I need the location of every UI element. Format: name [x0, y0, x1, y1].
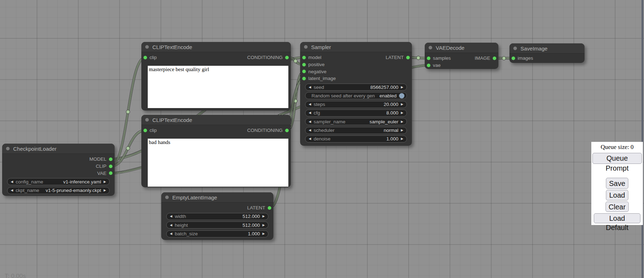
increment-arrow-icon[interactable]: ▶ [401, 103, 403, 106]
input-slot-samples: samples [427, 55, 451, 61]
node-empty-latent-image[interactable]: EmptyLatentImage LATENT ◀ width 512.000 … [161, 192, 273, 240]
node-clip-text-encode-positive[interactable]: CLIPTextEncode clip CONDITIONING masterp… [141, 42, 291, 111]
input-port-negative[interactable] [302, 70, 306, 73]
node-title-bar[interactable]: SaveImage [509, 43, 585, 54]
seed-widget[interactable]: ◀ seed 8566257.000 ▶ [305, 84, 407, 91]
widget-value: 8.000 [386, 110, 398, 116]
node-save-image[interactable]: SaveImage images [509, 43, 585, 63]
input-port-vae[interactable] [427, 64, 430, 67]
collapse-dot-icon[interactable] [165, 196, 169, 199]
output-slot-latent: LATENT [247, 205, 271, 210]
cfg-widget[interactable]: ◀ cfg 8.000 ▶ [305, 109, 407, 117]
input-label: positive [308, 62, 325, 67]
prompt-textarea[interactable]: bad hands [148, 139, 288, 187]
increment-arrow-icon[interactable]: ▶ [401, 86, 403, 89]
sampler-name-widget[interactable]: ◀ sampler_name sample_euler ▶ [305, 118, 407, 125]
input-port-positive[interactable] [302, 63, 306, 66]
node-title-bar[interactable]: VAEDecode [425, 43, 498, 53]
widget-label: seed [314, 85, 324, 90]
input-label: clip [150, 128, 157, 133]
load-default-button[interactable]: Load Default [594, 213, 640, 223]
decrement-arrow-icon[interactable]: ◀ [170, 215, 172, 218]
ckpt-name-widget[interactable]: ◀ ckpt_name v1-5-pruned-emaonly.ckpt ▶ [7, 187, 110, 194]
output-port-model[interactable] [109, 157, 112, 161]
collapse-dot-icon[interactable] [304, 45, 308, 49]
load-button[interactable]: Load [606, 190, 628, 201]
input-slot-clip: clip [143, 128, 157, 133]
increment-arrow-icon[interactable]: ▶ [401, 120, 403, 123]
decrement-arrow-icon[interactable]: ◀ [309, 129, 311, 132]
decrement-arrow-icon[interactable]: ◀ [309, 111, 311, 114]
input-slot-model: model [302, 55, 321, 60]
batch-size-widget[interactable]: ◀ batch_size 1.000 ▶ [166, 230, 268, 237]
scheduler-widget[interactable]: ◀ scheduler normal ▶ [305, 127, 407, 134]
steps-widget[interactable]: ◀ steps 20.000 ▶ [305, 101, 407, 108]
input-port-clip[interactable] [143, 56, 147, 59]
toggle-indicator-icon[interactable] [399, 93, 404, 98]
increment-arrow-icon[interactable]: ▶ [262, 232, 265, 235]
queue-prompt-button[interactable]: Queue Prompt [592, 153, 642, 164]
increment-arrow-icon[interactable]: ▶ [104, 189, 106, 192]
collapse-dot-icon[interactable] [145, 45, 149, 49]
height-widget[interactable]: ◀ height 512.000 ▶ [166, 221, 268, 229]
node-title-bar[interactable]: Sampler [300, 42, 412, 52]
collapse-dot-icon[interactable] [6, 147, 10, 150]
collapse-dot-icon[interactable] [513, 47, 517, 50]
graph-canvas[interactable]: CheckpointLoader MODEL CLIP VAE [0, 0, 644, 278]
input-port-images[interactable] [512, 57, 515, 60]
input-port-clip[interactable] [143, 129, 147, 132]
collapse-dot-icon[interactable] [429, 46, 432, 49]
input-label: vae [433, 63, 441, 68]
random-seed-toggle[interactable]: Random seed after every gen enabled [305, 92, 407, 99]
decrement-arrow-icon[interactable]: ◀ [309, 120, 311, 123]
input-port-latent-image[interactable] [302, 77, 306, 80]
output-port-conditioning[interactable] [285, 129, 289, 132]
save-button[interactable]: Save [606, 178, 629, 189]
width-widget[interactable]: ◀ width 512.000 ▶ [166, 213, 268, 220]
decrement-arrow-icon[interactable]: ◀ [11, 189, 13, 192]
increment-arrow-icon[interactable]: ▶ [401, 111, 403, 114]
node-title: Sampler [311, 44, 331, 50]
node-checkpoint-loader[interactable]: CheckpointLoader MODEL CLIP VAE [2, 144, 115, 196]
node-title: CLIPTextEncode [152, 117, 192, 123]
decrement-arrow-icon[interactable]: ◀ [170, 224, 172, 227]
config-name-widget[interactable]: ◀ config_name v1-inference.yaml ▶ [7, 178, 110, 185]
decrement-arrow-icon[interactable]: ◀ [309, 86, 311, 89]
increment-arrow-icon[interactable]: ▶ [104, 180, 106, 183]
node-title-bar[interactable]: EmptyLatentImage [161, 192, 273, 203]
increment-arrow-icon[interactable]: ▶ [262, 224, 265, 227]
decrement-arrow-icon[interactable]: ◀ [309, 103, 311, 106]
collapse-dot-icon[interactable] [145, 118, 149, 122]
output-port-latent[interactable] [268, 206, 271, 210]
increment-arrow-icon[interactable]: ▶ [401, 137, 403, 140]
increment-arrow-icon[interactable]: ▶ [401, 129, 403, 132]
denoise-widget[interactable]: ◀ denoise 1.000 ▶ [305, 135, 407, 143]
decrement-arrow-icon[interactable]: ◀ [11, 180, 13, 183]
output-port-latent[interactable] [406, 56, 410, 59]
input-slot-clip: clip [143, 55, 157, 60]
clear-button[interactable]: Clear [606, 202, 629, 212]
node-clip-text-encode-negative[interactable]: CLIPTextEncode clip CONDITIONING bad han… [141, 115, 291, 187]
node-title-bar[interactable]: CLIPTextEncode [141, 42, 291, 52]
output-label: LATENT [247, 205, 265, 210]
node-title: EmptyLatentImage [172, 194, 217, 201]
input-port-samples[interactable] [427, 57, 430, 60]
output-slot-conditioning: CONDITIONING [247, 55, 289, 60]
input-port-model[interactable] [302, 56, 306, 59]
prompt-textarea[interactable]: masterpiece best quality girl [148, 66, 288, 108]
node-title-bar[interactable]: CLIPTextEncode [141, 115, 291, 125]
output-port-clip[interactable] [109, 165, 112, 168]
output-port-vae[interactable] [109, 171, 112, 175]
node-title-bar[interactable]: CheckpointLoader [2, 144, 115, 154]
output-port-conditioning[interactable] [285, 56, 289, 59]
decrement-arrow-icon[interactable]: ◀ [309, 137, 311, 140]
node-vae-decode[interactable]: VAEDecode samples IMAGE vae [425, 43, 498, 69]
execution-timer: T: 0.00s [5, 273, 26, 278]
queue-size-label: Queue size: 0 [591, 144, 643, 151]
widget-label: sampler_name [314, 119, 345, 124]
widget-label: Random seed after every gen [311, 93, 375, 98]
output-port-image[interactable] [493, 57, 496, 60]
increment-arrow-icon[interactable]: ▶ [262, 215, 265, 218]
node-sampler[interactable]: Sampler model LATENT positive [300, 42, 412, 146]
decrement-arrow-icon[interactable]: ◀ [170, 232, 172, 235]
